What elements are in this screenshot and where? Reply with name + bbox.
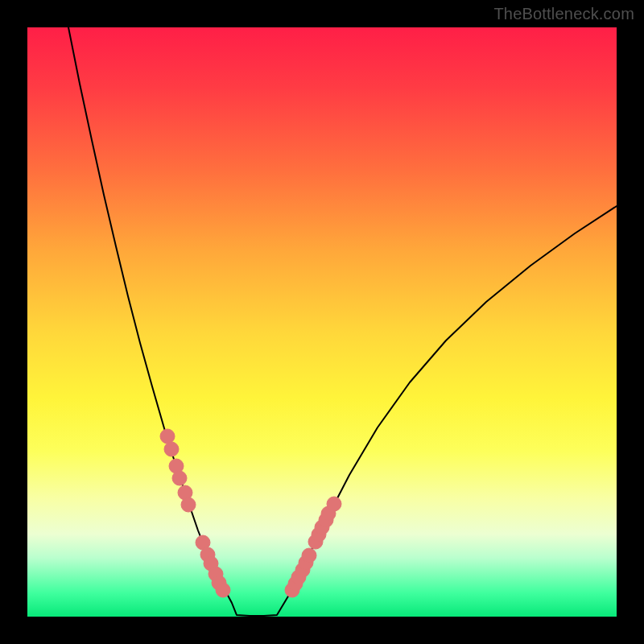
- data-marker: [216, 583, 230, 597]
- data-marker: [327, 497, 341, 511]
- plot-area: [27, 27, 617, 617]
- data-marker: [302, 548, 316, 563]
- bottleneck-curve: [68, 27, 617, 616]
- watermark-text: TheBottleneck.com: [493, 5, 634, 23]
- chart-svg: [27, 27, 617, 617]
- data-marker: [181, 497, 196, 512]
- data-marker: [160, 429, 175, 444]
- chart-frame: TheBottleneck.com: [0, 0, 644, 644]
- data-marker: [172, 471, 187, 485]
- data-marker: [164, 442, 179, 456]
